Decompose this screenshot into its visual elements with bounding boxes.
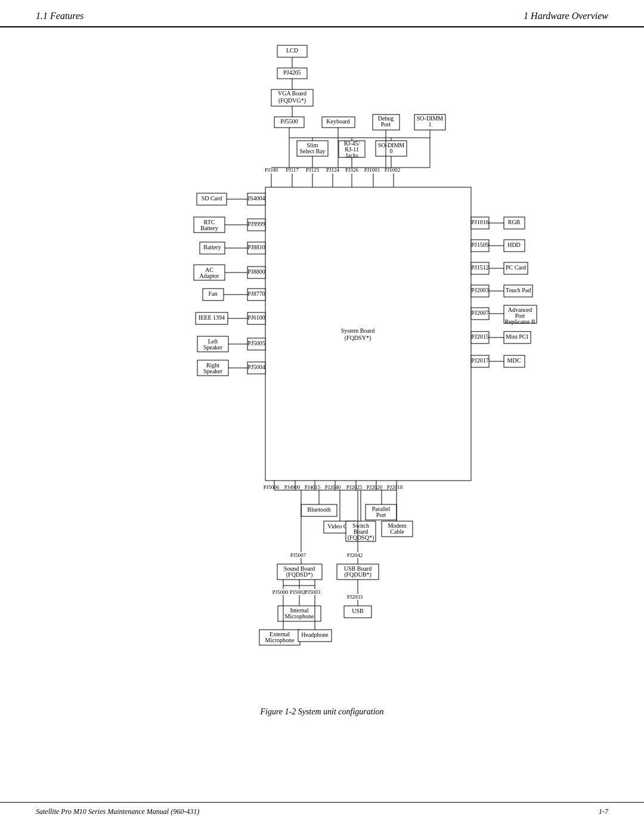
svg-text:HDD: HDD — [507, 241, 521, 248]
svg-text:IS4004: IS4004 — [248, 195, 265, 202]
svg-text:PJ9999: PJ9999 — [247, 221, 265, 227]
svg-text:Battery: Battery — [203, 244, 221, 250]
svg-text:PJ5006: PJ5006 — [264, 484, 280, 490]
svg-text:PJ4205: PJ4205 — [283, 69, 301, 76]
svg-text:PJ1016: PJ1016 — [471, 219, 488, 225]
page-header: 1.1 Features 1 Hardware Overview — [0, 0, 644, 27]
svg-text:(FQDVG*): (FQDVG*) — [278, 97, 306, 104]
svg-text:1: 1 — [429, 121, 432, 128]
svg-text:PJ8810: PJ8810 — [247, 244, 265, 250]
svg-text:(FQDSY*): (FQDSY*) — [345, 335, 371, 342]
svg-text:Microphone: Microphone — [285, 613, 314, 620]
page-footer: Satellite Pro M10 Series Maintenance Man… — [0, 802, 644, 821]
diagram-container: .box-rect { fill: white; stroke: black; … — [89, 39, 555, 695]
svg-text:(FQDUB*): (FQDUB*) — [344, 571, 371, 578]
svg-text:Replicator II: Replicator II — [505, 318, 535, 325]
svg-text:PJ6100: PJ6100 — [247, 314, 265, 321]
svg-text:Speaker: Speaker — [203, 344, 223, 351]
svg-text:PJ2017: PJ2017 — [471, 357, 488, 364]
svg-text:PJ4015: PJ4015 — [305, 484, 321, 490]
svg-text:PJ2042: PJ2042 — [347, 552, 363, 558]
header-right: 1 Hardware Overview — [524, 11, 608, 21]
svg-text:PJ123: PJ123 — [306, 167, 320, 173]
svg-text:PJ5003: PJ5003 — [305, 589, 321, 595]
svg-text:Speaker: Speaker — [203, 368, 223, 374]
main-content: .box-rect { fill: white; stroke: black; … — [0, 27, 644, 753]
svg-text:LCD: LCD — [286, 47, 298, 54]
svg-text:Port: Port — [376, 512, 386, 518]
svg-text:IEEE 1394: IEEE 1394 — [199, 314, 225, 321]
svg-text:Mini PCI: Mini PCI — [506, 333, 528, 340]
svg-text:PJ2033: PJ2033 — [347, 594, 363, 600]
svg-text:SD Card: SD Card — [202, 195, 222, 202]
svg-text:PJ5005: PJ5005 — [247, 340, 265, 346]
svg-text:Fan: Fan — [209, 290, 218, 297]
svg-text:MDC: MDC — [507, 357, 521, 364]
svg-text:(FQDSD*): (FQDSD*) — [286, 571, 312, 578]
svg-text:USB: USB — [352, 608, 364, 614]
svg-text:PJ5002: PJ5002 — [290, 589, 306, 595]
svg-text:Microphone: Microphone — [265, 637, 295, 643]
svg-text:PC Card: PC Card — [506, 264, 526, 271]
svg-text:(FQDSQ*): (FQDSQ*) — [348, 534, 374, 541]
svg-text:PJ5007: PJ5007 — [290, 552, 306, 558]
figure-caption: Figure 1-2 System unit configuration — [260, 707, 383, 717]
svg-text:PJ5004: PJ5004 — [247, 364, 265, 370]
svg-text:PJ326: PJ326 — [345, 167, 359, 173]
footer-right: 1-7 — [599, 807, 608, 816]
svg-text:PJ117: PJ117 — [286, 167, 299, 173]
svg-text:PJ1509: PJ1509 — [471, 241, 488, 248]
svg-text:PJ2003: PJ2003 — [471, 287, 488, 293]
svg-text:PJ2040: PJ2040 — [325, 484, 341, 490]
svg-text:PJ1002: PJ1002 — [385, 167, 401, 173]
svg-text:Keyboard: Keyboard — [326, 118, 349, 125]
header-left: 1.1 Features — [36, 11, 83, 21]
svg-text:PJ8800: PJ8800 — [247, 268, 265, 275]
svg-text:PJ2015: PJ2015 — [471, 333, 488, 340]
svg-text:Bluetooth: Bluetooth — [307, 506, 330, 513]
svg-text:PJ1512: PJ1512 — [471, 264, 488, 271]
svg-text:PJ100: PJ100 — [265, 167, 278, 173]
svg-text:PJ5500: PJ5500 — [280, 118, 298, 125]
svg-text:VGA Board: VGA Board — [278, 90, 306, 97]
svg-text:Select Bay: Select Bay — [299, 148, 325, 154]
svg-text:PJ2018: PJ2018 — [387, 484, 403, 490]
svg-text:Headphone: Headphone — [301, 631, 329, 638]
footer-left: Satellite Pro M10 Series Maintenance Man… — [36, 807, 199, 816]
svg-text:PJ5000: PJ5000 — [273, 589, 289, 595]
svg-text:Adaptor: Adaptor — [200, 272, 219, 279]
svg-text:PJ2007: PJ2007 — [471, 309, 488, 316]
page: 1.1 Features 1 Hardware Overview .box-re… — [0, 0, 644, 833]
svg-text:PJ1001: PJ1001 — [364, 167, 380, 173]
svg-text:PJ2020: PJ2020 — [367, 484, 383, 490]
svg-text:0: 0 — [390, 148, 393, 154]
svg-text:Port: Port — [381, 121, 391, 128]
svg-text:Cable: Cable — [390, 528, 404, 535]
svg-text:Battery: Battery — [200, 225, 218, 231]
svg-text:Touch Pad: Touch Pad — [506, 287, 531, 293]
diagram-svg: .box-rect { fill: white; stroke: black; … — [89, 39, 555, 695]
svg-text:PJ2025: PJ2025 — [346, 484, 363, 490]
svg-text:PJ124: PJ124 — [326, 167, 340, 173]
svg-text:RGB: RGB — [508, 219, 521, 225]
svg-text:PJ8770: PJ8770 — [247, 290, 265, 297]
svg-text:PJ4900: PJ4900 — [284, 484, 301, 490]
svg-text:System Board: System Board — [341, 327, 374, 334]
